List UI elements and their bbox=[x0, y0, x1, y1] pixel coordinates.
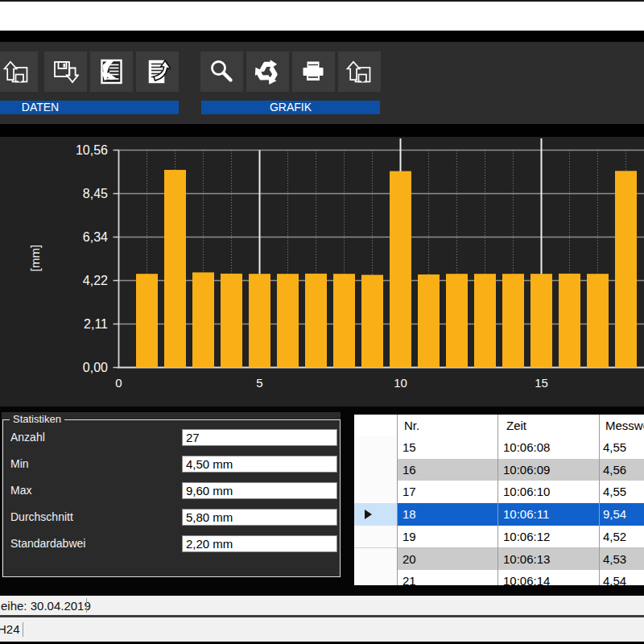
svg-text:10,56: 10,56 bbox=[76, 143, 108, 157]
svg-text:0: 0 bbox=[115, 376, 122, 390]
svg-text:6,34: 6,34 bbox=[83, 230, 108, 244]
svg-text:2,11: 2,11 bbox=[84, 317, 108, 331]
svg-text:15: 15 bbox=[535, 376, 548, 390]
svg-text:[mm]: [mm] bbox=[28, 245, 42, 271]
svg-text:4,22: 4,22 bbox=[83, 274, 108, 287]
svg-text:0,00: 0,00 bbox=[83, 361, 108, 374]
svg-text:10: 10 bbox=[394, 376, 407, 390]
svg-text:8,45: 8,45 bbox=[83, 187, 108, 200]
svg-text:5: 5 bbox=[256, 376, 262, 390]
